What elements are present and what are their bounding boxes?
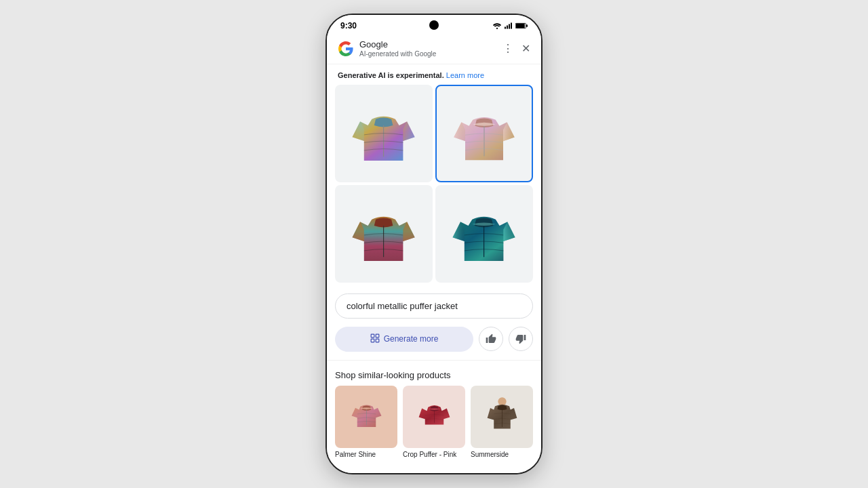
search-area — [327, 288, 541, 324]
app-header-left: Google AI-generated with Google — [338, 39, 436, 58]
app-title: Google — [359, 39, 436, 50]
shop-grid: Palmer Shine — [335, 386, 533, 458]
battery-icon — [515, 22, 528, 29]
jacket-svg-1 — [344, 94, 422, 172]
shop-section: Shop similar-looking products — [327, 360, 541, 458]
close-icon[interactable]: ✕ — [521, 42, 530, 55]
svg-rect-7 — [516, 24, 525, 28]
jacket-image-2[interactable] — [435, 85, 533, 182]
thumbs-up-icon — [486, 333, 496, 344]
status-icons — [492, 22, 528, 29]
status-bar: 9:30 — [327, 15, 541, 34]
more-options-icon[interactable]: ⋮ — [502, 42, 513, 55]
generate-row: Generate more — [327, 324, 541, 360]
svg-point-18 — [498, 397, 506, 405]
svg-rect-15 — [376, 339, 379, 342]
generate-more-label: Generate more — [384, 334, 439, 344]
svg-rect-4 — [511, 23, 512, 29]
wifi-icon — [492, 22, 502, 29]
shop-image-1 — [335, 386, 397, 448]
phone-frame: 9:30 — [326, 14, 542, 474]
generate-icon — [370, 333, 380, 345]
app-title-block: Google AI-generated with Google — [359, 39, 436, 58]
app-header: Google AI-generated with Google ⋮ ✕ — [327, 34, 541, 64]
svg-rect-6 — [526, 24, 528, 27]
image-grid — [327, 85, 541, 288]
thumbs-down-button[interactable] — [509, 327, 533, 351]
shop-image-2 — [403, 386, 465, 448]
shop-jacket-svg-1 — [348, 394, 385, 439]
search-input[interactable] — [335, 293, 533, 319]
signal-icon — [505, 22, 513, 29]
shop-item-3[interactable]: Summerside — [471, 386, 533, 458]
thumbs-up-button[interactable] — [479, 327, 503, 351]
content-area: Generative AI is experimental. Learn mor… — [327, 64, 541, 473]
generate-more-button[interactable]: Generate more — [335, 327, 473, 352]
app-subtitle: AI-generated with Google — [359, 50, 436, 58]
shop-item-3-label: Summerside — [471, 451, 533, 458]
svg-rect-1 — [505, 27, 506, 29]
jacket-image-1[interactable] — [335, 85, 433, 182]
status-time: 9:30 — [340, 21, 357, 30]
jacket-svg-3 — [344, 195, 422, 272]
svg-rect-14 — [371, 339, 374, 342]
learn-more-link[interactable]: Learn more — [446, 71, 484, 79]
shop-item-2[interactable]: Crop Puffer - Pink — [403, 386, 465, 458]
shop-item-2-label: Crop Puffer - Pink — [403, 451, 465, 458]
shop-jacket-svg-3 — [484, 393, 521, 441]
svg-rect-13 — [376, 334, 379, 338]
thumbs-down-icon — [515, 333, 526, 344]
sparkle-icon — [370, 333, 380, 343]
ai-notice: Generative AI is experimental. Learn mor… — [327, 64, 541, 85]
jacket-svg-4 — [445, 195, 523, 272]
shop-jacket-svg-2 — [416, 394, 453, 439]
svg-rect-2 — [507, 26, 508, 29]
app-header-right: ⋮ ✕ — [502, 42, 530, 55]
svg-rect-3 — [509, 24, 510, 29]
svg-point-0 — [496, 28, 498, 29]
ai-notice-bold: Generative AI is experimental. — [338, 71, 444, 79]
shop-title: Shop similar-looking products — [335, 363, 533, 386]
shop-item-1-label: Palmer Shine — [335, 451, 397, 458]
shop-image-3 — [471, 386, 533, 448]
shop-item-1[interactable]: Palmer Shine — [335, 386, 397, 458]
jacket-svg-2 — [446, 96, 522, 171]
google-logo — [338, 41, 354, 57]
camera-notch — [429, 20, 439, 30]
jacket-image-3[interactable] — [335, 185, 433, 283]
jacket-image-4[interactable] — [435, 185, 533, 283]
svg-rect-12 — [371, 334, 374, 338]
